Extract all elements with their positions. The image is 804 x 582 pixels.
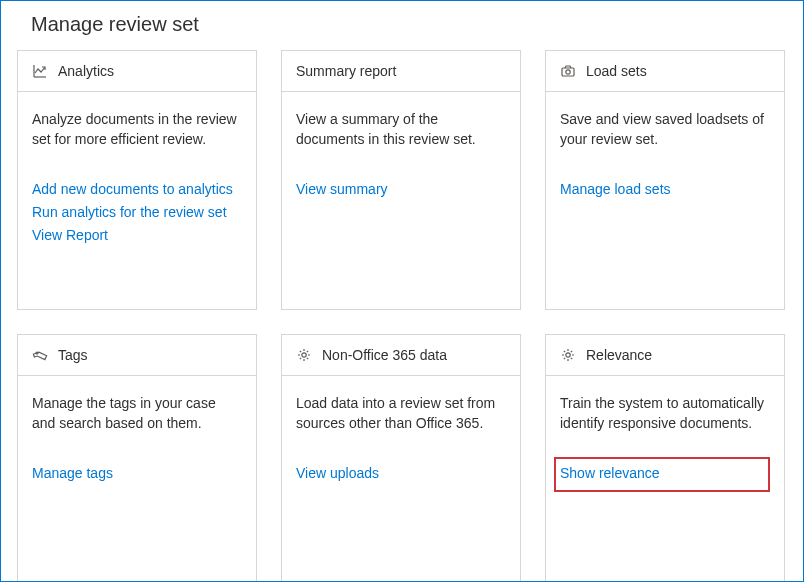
manage-tags-link[interactable]: Manage tags	[32, 463, 242, 484]
card-analytics: Analytics Analyze documents in the revie…	[17, 50, 257, 310]
card-title: Summary report	[296, 63, 396, 79]
card-links: View uploads	[296, 463, 506, 484]
card-body: Analyze documents in the review set for …	[18, 92, 256, 309]
card-body: Save and view saved loadsets of your rev…	[546, 92, 784, 309]
svg-rect-0	[562, 68, 574, 76]
gear-icon	[296, 347, 312, 363]
analytics-icon	[32, 63, 48, 79]
card-description: Manage the tags in your case and search …	[32, 394, 242, 433]
page-title: Manage review set	[1, 1, 803, 50]
card-description: Load data into a review set from sources…	[296, 394, 506, 433]
card-links: Manage load sets	[560, 179, 770, 200]
svg-point-4	[566, 353, 570, 357]
manage-load-sets-link[interactable]: Manage load sets	[560, 179, 770, 200]
card-body: Manage the tags in your case and search …	[18, 376, 256, 582]
card-header: Non-Office 365 data	[282, 335, 520, 376]
svg-point-3	[302, 353, 306, 357]
show-relevance-link[interactable]: Show relevance	[560, 463, 660, 484]
card-header: Summary report	[282, 51, 520, 92]
cards-grid: Analytics Analyze documents in the revie…	[1, 50, 803, 582]
card-header: Load sets	[546, 51, 784, 92]
card-title: Non-Office 365 data	[322, 347, 447, 363]
manage-review-set-panel: Manage review set Analytics Analyze docu…	[0, 0, 804, 582]
card-title: Analytics	[58, 63, 114, 79]
card-links: Show relevance	[560, 463, 770, 492]
card-title: Tags	[58, 347, 88, 363]
card-links: Add new documents to analytics Run analy…	[32, 179, 242, 246]
card-non-office-365: Non-Office 365 data Load data into a rev…	[281, 334, 521, 582]
run-analytics-link[interactable]: Run analytics for the review set	[32, 202, 242, 223]
card-body: Load data into a review set from sources…	[282, 376, 520, 582]
card-header: Relevance	[546, 335, 784, 376]
tag-icon	[32, 347, 48, 363]
card-relevance: Relevance Train the system to automatica…	[545, 334, 785, 582]
card-links: Manage tags	[32, 463, 242, 484]
view-report-link[interactable]: View Report	[32, 225, 242, 246]
card-links: View summary	[296, 179, 506, 200]
svg-point-1	[566, 70, 570, 74]
card-load-sets: Load sets Save and view saved loadsets o…	[545, 50, 785, 310]
add-new-documents-link[interactable]: Add new documents to analytics	[32, 179, 242, 200]
card-header: Tags	[18, 335, 256, 376]
highlight-box: Show relevance	[554, 457, 770, 492]
card-header: Analytics	[18, 51, 256, 92]
card-description: Save and view saved loadsets of your rev…	[560, 110, 770, 149]
view-summary-link[interactable]: View summary	[296, 179, 506, 200]
card-summary-report: Summary report View a summary of the doc…	[281, 50, 521, 310]
gear-icon	[560, 347, 576, 363]
card-description: View a summary of the documents in this …	[296, 110, 506, 149]
card-description: Train the system to automatically identi…	[560, 394, 770, 433]
card-description: Analyze documents in the review set for …	[32, 110, 242, 149]
view-uploads-link[interactable]: View uploads	[296, 463, 506, 484]
card-tags: Tags Manage the tags in your case and se…	[17, 334, 257, 582]
camera-icon	[560, 63, 576, 79]
card-body: View a summary of the documents in this …	[282, 92, 520, 309]
card-title: Load sets	[586, 63, 647, 79]
card-body: Train the system to automatically identi…	[546, 376, 784, 582]
card-title: Relevance	[586, 347, 652, 363]
